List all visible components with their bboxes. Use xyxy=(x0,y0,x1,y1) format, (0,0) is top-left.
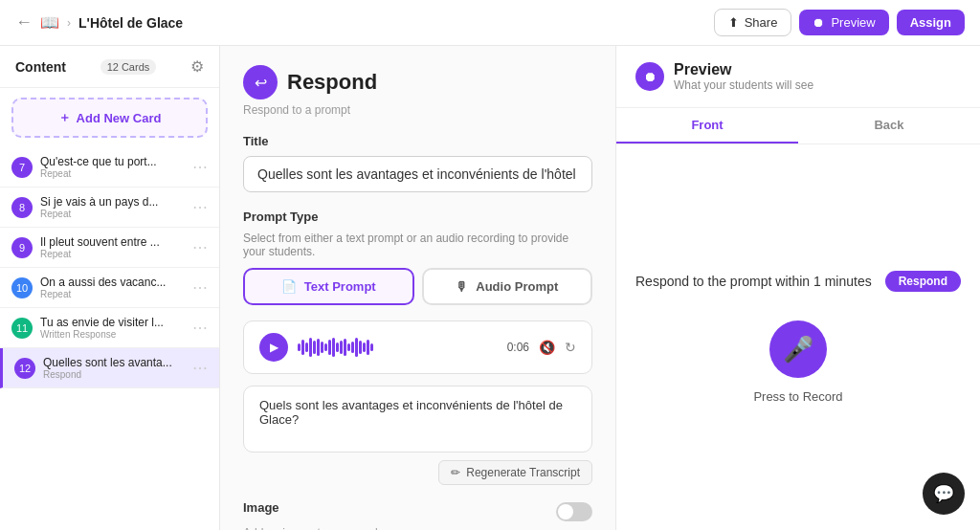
audio-time: 0:06 xyxy=(507,341,529,354)
image-row: Image xyxy=(243,500,592,522)
waveform xyxy=(298,336,498,359)
tab-front[interactable]: Front xyxy=(616,108,798,144)
press-record-text: Press to Record xyxy=(753,389,842,404)
pencil-icon: ✏ xyxy=(451,466,460,479)
card-number: 7 xyxy=(11,157,33,178)
regen-label: Regenerate Transcript xyxy=(466,466,580,479)
add-card-button[interactable]: ＋ Add New Card xyxy=(11,98,208,138)
card-info: On a aussi des vacanc... Repeat xyxy=(40,276,185,299)
regenerate-transcript-button[interactable]: ✏ Regenerate Transcript xyxy=(438,460,592,485)
card-more-icon[interactable]: ⋯ xyxy=(192,198,208,216)
card-title: On a aussi des vacanc... xyxy=(40,276,185,289)
image-section: Image Add an image to your card xyxy=(243,500,592,530)
card-title: Quelles sont les avanta... xyxy=(43,356,185,369)
image-label: Image xyxy=(243,500,279,515)
preview-panel-sub: What your students will see xyxy=(674,78,813,92)
card-item[interactable]: 10 On a aussi des vacanc... Repeat ⋯ xyxy=(0,268,219,308)
card-more-icon[interactable]: ⋯ xyxy=(192,278,208,297)
refresh-button[interactable]: ↻ xyxy=(565,340,576,355)
preview-label: Preview xyxy=(831,15,875,30)
card-item[interactable]: 11 Tu as envie de visiter l... Written R… xyxy=(0,308,219,348)
card-sub: Repeat xyxy=(40,249,185,259)
mute-button[interactable]: 🔇 xyxy=(539,340,555,355)
image-toggle[interactable] xyxy=(556,502,592,521)
main-layout: Content 12 Cards ⚙ ＋ Add New Card 7 Qu'e… xyxy=(0,46,980,530)
card-info: Quelles sont les avanta... Respond xyxy=(43,356,185,380)
card-more-icon[interactable]: ⋯ xyxy=(192,319,208,337)
respond-sub: Respond to a prompt xyxy=(243,103,592,117)
share-button[interactable]: ⬆ Share xyxy=(714,9,792,36)
center-panel: ↩ Respond Respond to a prompt Title Prom… xyxy=(220,46,616,530)
card-more-icon[interactable]: ⋯ xyxy=(192,359,208,377)
card-item[interactable]: 12 Quelles sont les avanta... Respond ⋯ xyxy=(0,348,219,388)
card-list: 7 Qu'est-ce que tu port... Repeat ⋯ 8 Si… xyxy=(0,147,219,530)
preview-tabs: Front Back xyxy=(616,108,980,144)
preview-respond-row: Respond to the prompt within 1 minutes R… xyxy=(635,271,961,292)
assign-label: Assign xyxy=(910,15,951,30)
plus-icon: ＋ xyxy=(58,109,71,126)
card-count-badge: 12 Cards xyxy=(100,59,157,75)
breadcrumb-chevron: › xyxy=(67,16,71,30)
preview-mic-area: 🎤 Press to Record xyxy=(753,320,842,404)
transcript-box: Quels sont les avantages et inconvénient… xyxy=(243,386,592,453)
image-sub-label: Add an image to your card xyxy=(243,526,592,530)
prompt-type-label: Prompt Type xyxy=(243,210,592,224)
share-icon: ⬆ xyxy=(728,15,739,30)
play-button[interactable]: ▶ xyxy=(259,333,288,362)
respond-icon: ↩ xyxy=(243,65,278,99)
title-label: Title xyxy=(243,134,592,148)
card-info: Il pleut souvent entre ... Repeat xyxy=(40,235,185,259)
text-icon: 📄 xyxy=(281,279,297,294)
preview-body: Respond to the prompt within 1 minutes R… xyxy=(616,144,980,530)
card-number: 12 xyxy=(14,358,35,379)
preview-prompt-label: Respond to the prompt within 1 minutes xyxy=(635,274,872,289)
card-sub: Repeat xyxy=(40,289,185,299)
add-card-label: Add New Card xyxy=(77,111,162,125)
text-prompt-label: Text Prompt xyxy=(304,279,376,294)
card-title: Tu as envie de visiter l... xyxy=(40,316,185,329)
mic-icon: 🎙 xyxy=(456,279,468,294)
text-prompt-tab[interactable]: 📄 Text Prompt xyxy=(243,268,414,305)
share-label: Share xyxy=(745,15,778,30)
record-button[interactable]: 🎤 xyxy=(769,320,827,378)
sidebar-title: Content xyxy=(15,59,66,75)
card-number: 8 xyxy=(11,197,33,218)
book-icon: 📖 xyxy=(40,13,59,32)
respond-chip: Respond xyxy=(885,271,961,292)
card-info: Qu'est-ce que tu port... Repeat xyxy=(40,155,185,179)
audio-prompt-tab[interactable]: 🎙 Audio Prompt xyxy=(422,268,593,305)
card-title: Qu'est-ce que tu port... xyxy=(40,155,185,168)
prompt-type-desc: Select from either a text prompt or an a… xyxy=(243,232,592,258)
card-more-icon[interactable]: ⋯ xyxy=(192,158,208,176)
card-title: Si je vais à un pays d... xyxy=(40,195,185,209)
preview-panel-title: Preview xyxy=(674,61,813,78)
title-input[interactable] xyxy=(243,156,592,192)
card-number: 10 xyxy=(11,277,33,298)
tab-back[interactable]: Back xyxy=(798,108,980,144)
card-more-icon[interactable]: ⋯ xyxy=(192,238,208,256)
settings-icon[interactable]: ⚙ xyxy=(190,57,204,76)
card-item[interactable]: 7 Qu'est-ce que tu port... Repeat ⋯ xyxy=(0,147,219,188)
preview-panel-icon: ⏺ xyxy=(635,62,664,91)
card-item[interactable]: 8 Si je vais à un pays d... Repeat ⋯ xyxy=(0,188,219,228)
chat-bubble[interactable]: 💬 xyxy=(923,473,965,515)
preview-button[interactable]: ⏺ Preview xyxy=(799,10,888,35)
page-title: L'Hôtel de Glace xyxy=(78,15,706,31)
card-number: 11 xyxy=(11,318,33,339)
right-panel: ⏺ Preview What your students will see Fr… xyxy=(616,46,980,530)
front-tab-label: Front xyxy=(691,118,723,132)
audio-player: ▶ xyxy=(243,320,592,374)
prompt-type-section: Prompt Type Select from either a text pr… xyxy=(243,210,592,305)
preview-icon: ⏺ xyxy=(813,15,825,30)
respond-header: ↩ Respond xyxy=(243,65,592,99)
card-item[interactable]: 9 Il pleut souvent entre ... Repeat ⋯ xyxy=(0,228,219,268)
back-tab-label: Back xyxy=(874,118,903,132)
back-button[interactable]: ← xyxy=(15,12,33,33)
card-sub: Respond xyxy=(43,369,185,380)
sidebar: Content 12 Cards ⚙ ＋ Add New Card 7 Qu'e… xyxy=(0,46,220,530)
card-info: Si je vais à un pays d... Repeat xyxy=(40,195,185,219)
assign-button[interactable]: Assign xyxy=(897,10,965,35)
respond-title: Respond xyxy=(287,70,377,95)
card-title: Il pleut souvent entre ... xyxy=(40,235,185,249)
card-sub: Repeat xyxy=(40,209,185,219)
